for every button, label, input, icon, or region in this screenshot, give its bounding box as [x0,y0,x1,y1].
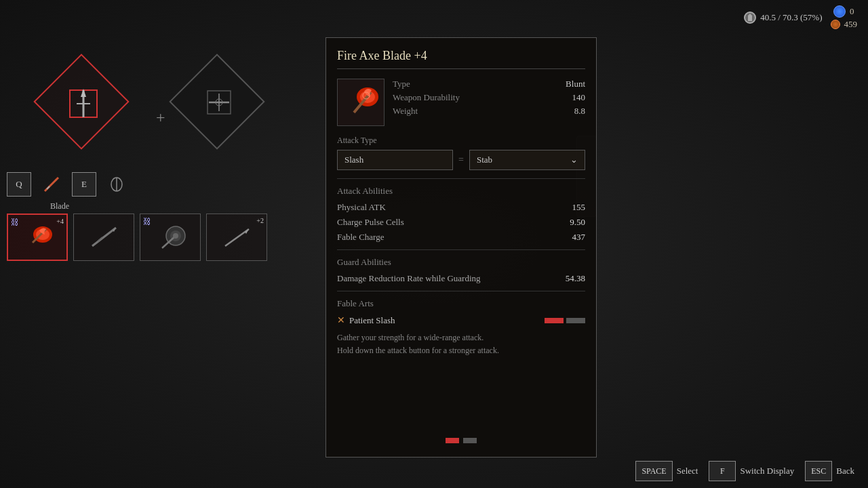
attack-stab-dropdown[interactable]: Stab ⌄ [469,150,585,170]
left-panel: + Q E [0,0,312,488]
fable-art-desc-line1: Gather your strength for a wide-range at… [337,331,585,344]
damage-reduction-row: Damage Reduction Rate while Guarding 54.… [337,273,585,284]
link-icon-3: ⛓ [143,217,151,227]
physical-atk-value: 155 [572,202,586,213]
physical-atk-row: Physical ATK 155 [337,202,585,213]
right-panel: Fire Axe Blade +4 Type Blunt Weapon Du [326,37,868,478]
weight-label: Weight [393,106,418,117]
currency-display: 0 459 [831,5,858,30]
esc-key[interactable]: ESC [805,461,832,481]
stats-panel: Fire Axe Blade +4 Type Blunt Weapon Du [326,37,597,458]
plus-badge-1: +4 [56,218,64,225]
blade-label: Blade [50,201,69,211]
plus-sign: + [156,108,165,127]
physical-atk-label: Physical ATK [337,202,386,213]
inventory-slot-4[interactable]: +2 [206,214,267,261]
weight-text: 40.5 / 70.3 (57%) [760,12,822,23]
attack-type-row: Slash = Stab ⌄ [337,150,585,170]
page-indicators [446,438,477,443]
f-key[interactable]: F [709,461,736,481]
weight-icon [744,12,756,24]
fable-art-icon: ✕ [337,314,345,326]
key-e[interactable]: E [72,172,96,197]
fable-art-name: ✕ Patient Slash [337,314,395,326]
attack-type-section: Attack Type Slash = Stab ⌄ [337,136,585,170]
craft-area: + [14,41,298,190]
blade-icon [60,80,107,127]
plus-badge-4: +2 [256,217,264,224]
divider-1 [337,178,585,179]
weapon-title: Fire Axe Blade +4 [337,49,585,69]
charge-pulse-label: Charge Pulse Cells [337,217,404,228]
svg-line-10 [47,186,50,189]
link-icon-1: ⛓ [11,218,19,228]
attack-slash-box: Slash [337,150,453,170]
blue-currency-row: 0 [833,5,854,18]
orange-currency-icon [831,20,840,29]
fable-charge-value: 437 [572,232,586,243]
select-label: Select [677,466,698,476]
fable-art-text: Patient Slash [349,315,395,326]
back-group: ESC Back [805,461,854,481]
divider-3 [337,291,585,291]
fable-art-desc-line2: Hold down the attack button for a strong… [337,344,585,357]
inventory-slot-2[interactable] [73,214,134,261]
fable-art-row: ✕ Patient Slash [337,314,585,326]
bottom-hud: SPACE Select F Switch Display ESC Back [0,454,868,488]
guard-abilities-header: Guard Abilities [337,257,585,268]
hud-top: 40.5 / 70.3 (57%) 0 459 [733,0,868,35]
craft-slot-2-icon [197,80,241,125]
equals-sign: = [456,155,467,165]
inventory-row: ⛓ +4 ⛓ [7,214,267,261]
type-label: Type [393,79,410,89]
weight-row: Weight 8.8 [393,106,585,117]
fable-arts-section: Fable Arts ✕ Patient Slash Gather your s… [337,298,585,357]
inventory-slot-1[interactable]: ⛓ +4 [7,214,68,261]
dropdown-arrow: ⌄ [570,155,578,165]
bar-red-1 [545,318,564,323]
select-group: SPACE Select [635,461,698,481]
charge-pulse-value: 9.50 [570,217,585,228]
type-row: Type Blunt [393,79,585,89]
attack-abilities-header: Attack Abilities [337,186,585,197]
blue-currency-value: 0 [850,6,854,17]
durability-value: 140 [572,92,586,103]
weapon-image [337,79,384,126]
back-label: Back [836,466,854,476]
attack-type-label: Attack Type [337,136,585,146]
fable-charge-row: Fable Charge 437 [337,232,585,243]
weapon-header: Type Blunt Weapon Durability 140 Weight … [337,79,585,126]
damage-reduction-value: 54.38 [566,273,585,284]
switch-display-group: F Switch Display [709,461,794,481]
inventory-slot-3[interactable]: ⛓ [140,214,201,261]
fable-art-bars [545,318,585,323]
svg-line-16 [92,228,116,246]
space-key[interactable]: SPACE [635,461,672,481]
fable-art-description: Gather your strength for a wide-range at… [337,331,585,357]
weapon-blade-slot [37,169,66,199]
page-dot-1 [446,438,459,443]
charge-pulse-row: Charge Pulse Cells 9.50 [337,217,585,228]
orange-currency-row: 459 [831,19,858,30]
weapon-secondary-slot [102,169,132,199]
weapon-props: Type Blunt Weapon Durability 140 Weight … [393,79,585,126]
fable-charge-label: Fable Charge [337,232,384,243]
page-dot-2 [463,438,477,443]
svg-point-22 [173,233,178,239]
durability-row: Weapon Durability 140 [393,92,585,103]
damage-reduction-label: Damage Reduction Rate while Guarding [337,273,481,284]
type-value: Blunt [566,79,585,89]
key-q[interactable]: Q [7,172,31,197]
bar-gray-1 [566,318,585,323]
weapon-keys: Q E [7,169,132,199]
fable-arts-header: Fable Arts [337,298,585,309]
switch-display-label: Switch Display [740,466,794,476]
blue-currency-icon [833,5,846,18]
divider-2 [337,249,585,250]
weight-display: 40.5 / 70.3 (57%) [744,12,822,24]
stab-value: Stab [477,155,492,165]
weight-value: 8.8 [574,106,585,117]
orange-currency-value: 459 [844,19,858,30]
durability-label: Weapon Durability [393,92,460,103]
